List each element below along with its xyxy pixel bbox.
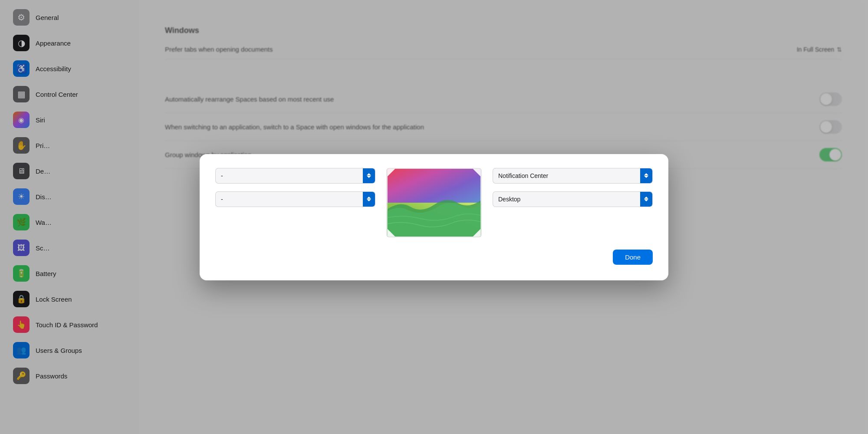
modal-dialog: - - xyxy=(200,154,668,280)
dropdown-right-2-stepper[interactable] xyxy=(640,192,652,207)
stepper-down-icon-3 xyxy=(644,176,648,178)
stepper-up-icon xyxy=(367,173,371,175)
dropdown-right-2-value: Desktop xyxy=(493,196,640,203)
stepper-up-icon-2 xyxy=(367,197,371,199)
dropdown-left-2-stepper[interactable] xyxy=(363,192,375,207)
stepper-up-icon-3 xyxy=(644,173,648,175)
modal-overlay: - - xyxy=(0,0,868,434)
dropdown-right-1-value: Notification Center xyxy=(493,172,640,179)
dropdown-left-1-value: - xyxy=(216,172,363,179)
modal-body: - - xyxy=(215,168,653,237)
modal-right-column: Notification Center Desktop xyxy=(493,168,653,237)
dropdown-left-1-stepper[interactable] xyxy=(363,168,375,183)
dropdown-right-2[interactable]: Desktop xyxy=(493,191,653,207)
done-button[interactable]: Done xyxy=(613,250,653,265)
modal-left-column: - - xyxy=(215,168,375,237)
dropdown-right-1-stepper[interactable] xyxy=(640,168,652,183)
dropdown-right-1[interactable]: Notification Center xyxy=(493,168,653,184)
dropdown-left-2[interactable]: - xyxy=(215,191,375,207)
stepper-down-icon-4 xyxy=(644,199,648,201)
stepper-down-icon-2 xyxy=(367,199,371,201)
stepper-up-icon-4 xyxy=(644,197,648,199)
stepper-down-icon xyxy=(367,176,371,178)
wallpaper-svg xyxy=(387,169,481,237)
dropdown-left-2-value: - xyxy=(216,196,363,203)
dropdown-left-1[interactable]: - xyxy=(215,168,375,184)
wallpaper-thumbnail xyxy=(386,168,482,237)
modal-center-column xyxy=(384,168,484,237)
